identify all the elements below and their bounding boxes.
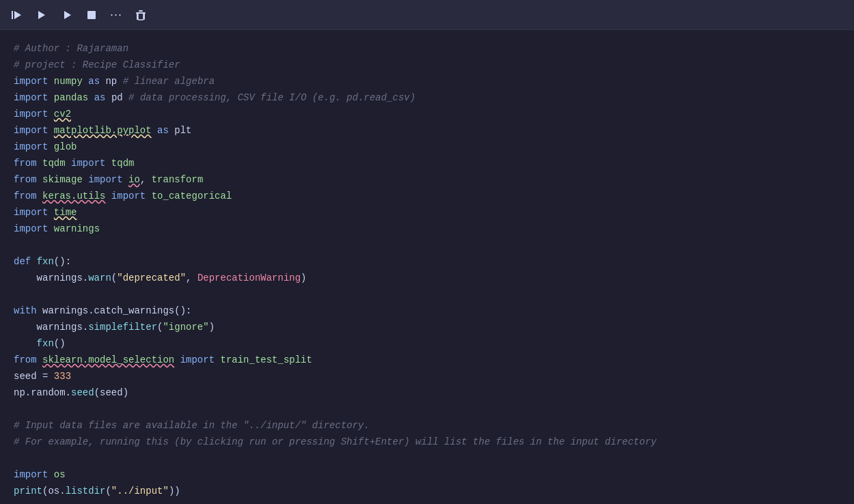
code-line: # Input data files are available in the … (0, 418, 854, 434)
stop-button[interactable] (82, 5, 101, 25)
svg-marker-2 (38, 11, 45, 19)
svg-rect-9 (138, 13, 143, 20)
code-line: import numpy as np # linear algebra (0, 74, 854, 90)
code-line: # For example, running this (by clicking… (0, 434, 854, 451)
delete-button[interactable] (131, 5, 150, 25)
code-line: np.random.seed(seed) (0, 385, 854, 402)
svg-marker-1 (14, 11, 21, 19)
code-line: warnings.warn("deprecated", DeprecationW… (0, 270, 854, 287)
code-line: import glob (0, 139, 854, 156)
code-line: seed = 333 (0, 369, 854, 385)
code-line: from tqdm import tqdm (0, 156, 854, 172)
empty-line (0, 287, 854, 303)
empty-line (0, 238, 854, 254)
code-line: import time (0, 205, 854, 221)
code-line: from keras.utils import to_categorical (0, 188, 854, 205)
code-line: from skimage import io, transform (0, 172, 854, 188)
svg-rect-4 (87, 11, 96, 19)
svg-marker-3 (64, 11, 71, 19)
svg-rect-6 (139, 10, 143, 12)
code-line: # project : Recipe Classifier (0, 57, 854, 74)
code-line: from sklearn.model_selection import trai… (0, 352, 854, 369)
code-line: print(os.listdir("../input")) (0, 484, 854, 500)
code-line: import warnings (0, 221, 854, 238)
code-line: import os (0, 467, 854, 484)
code-area[interactable]: # Author : Rajaraman # project : Recipe … (0, 30, 854, 504)
code-line: import matplotlib.pyplot as plt (0, 123, 854, 139)
svg-rect-0 (12, 11, 13, 19)
more-options-button[interactable]: ··· (107, 5, 126, 25)
run-after-button[interactable] (57, 5, 77, 25)
code-line: with warnings.catch_warnings(): (0, 303, 854, 320)
code-line: def fxn(): (0, 254, 854, 270)
code-line: # Author : Rajaraman (0, 41, 854, 57)
empty-line (0, 451, 854, 467)
code-line: import pandas as pd # data processing, C… (0, 90, 854, 107)
code-line: warnings.simplefilter("ignore") (0, 320, 854, 336)
toolbar: ··· (0, 0, 854, 30)
empty-line (0, 402, 854, 418)
run-before-button[interactable] (33, 5, 52, 25)
code-line: import cv2 (0, 107, 854, 123)
run-all-button[interactable] (8, 5, 27, 25)
code-line: fxn() (0, 336, 854, 352)
